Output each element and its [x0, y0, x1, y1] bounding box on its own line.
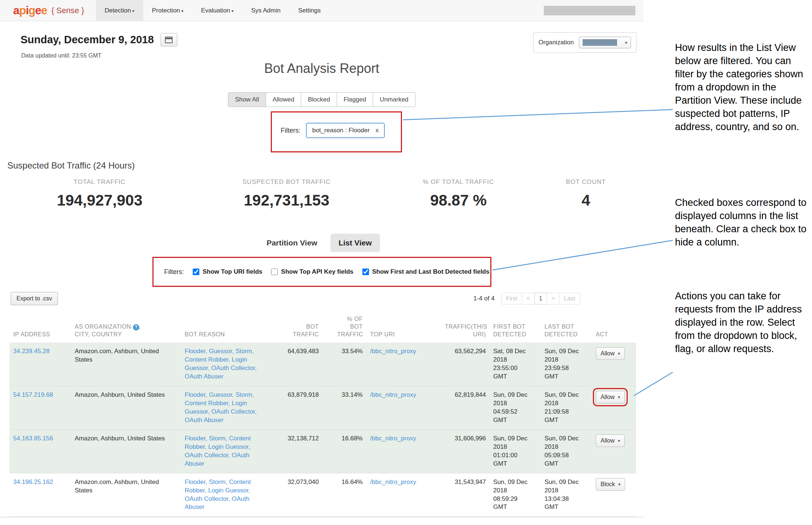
col-traffic-this-uri: TRAFFIC(THIS URI) — [429, 310, 490, 343]
checkbox-show-first-last-bot[interactable]: Show First and Last Bot Detected fields — [362, 268, 490, 276]
bot-reason-links[interactable]: Flooder, Guessor, Storm, Content Robber,… — [185, 348, 257, 380]
checkbox-label: Show Top API Key fields — [281, 268, 353, 276]
organization-dropdown[interactable]: ▾ — [579, 37, 631, 48]
apigee-logo[interactable]: apigee — [13, 4, 47, 17]
table-row: 34.196.25.162 Amazon.com, Ashburn, Unite… — [10, 473, 636, 517]
col-top-uri: TOP URI — [366, 310, 429, 343]
tab-flagged[interactable]: Flagged — [337, 92, 373, 107]
pagination-last[interactable]: Last — [559, 293, 580, 304]
date-header: Sunday, December 9, 2018 — [21, 33, 177, 47]
app-window: apigee { Sense } Detection Protection Ev… — [0, 0, 643, 525]
ip-cell: 54.157.219.68 — [10, 386, 71, 430]
top-uri-link[interactable]: /bbc_nitro_proxy — [370, 391, 416, 398]
action-dropdown-row-2[interactable]: Allow — [596, 391, 625, 403]
bot-reason-cell: Flooder, Guessor, Storm, Content Robber,… — [181, 343, 265, 386]
pagination-first[interactable]: First — [501, 293, 522, 304]
checkbox-show-top-api-key[interactable]: Show Top API Key fields — [271, 268, 353, 276]
last-bot-detected-cell: Sun, 09 Dec 2018 05:09:58 GMT — [541, 429, 592, 473]
bot-reason-cell: Flooder, Storm, Content Robber, Login Gu… — [181, 429, 265, 473]
ip-link[interactable]: 54.163.85.156 — [13, 435, 53, 442]
stat-label: SUSPECTED BOT TRAFFIC — [243, 178, 331, 186]
user-account-redacted[interactable] — [544, 6, 635, 15]
stat-bot-count: BOT COUNT 4 — [566, 178, 606, 209]
bot-reason-links[interactable]: Flooder, Guessor, Storm, Content Robber,… — [185, 391, 257, 424]
tab-allowed[interactable]: Allowed — [266, 92, 302, 107]
pct-bot-traffic-cell: 33.14% — [322, 386, 366, 430]
first-bot-detected-cell: Sun, 09 Dec 2018 01:01:00 GMT — [490, 429, 541, 473]
bot-reason-links[interactable]: Flooder, Storm, Content Robber, Login Gu… — [185, 435, 251, 467]
action-dropdown-row-3[interactable]: Allow — [596, 435, 625, 447]
show-first-last-bot-checkbox[interactable] — [362, 269, 369, 275]
export-csv-button[interactable]: Export to .csv — [11, 292, 58, 305]
tab-partition-view[interactable]: Partition View — [263, 234, 320, 252]
main-nav: Detection Protection Evaluation Sys Admi… — [96, 0, 330, 21]
as-organization-cell: Amazon.com, Ashburn, United States — [71, 343, 181, 386]
ip-cell: 54.163.85.156 — [10, 429, 71, 473]
bot-traffic-cell: 63,879,918 — [265, 386, 322, 430]
report-date: Sunday, December 9, 2018 — [21, 34, 154, 46]
checkbox-show-top-uri[interactable]: Show Top URI fields — [193, 268, 262, 276]
tab-unmarked[interactable]: Unmarked — [373, 92, 415, 107]
traffic-this-uri-cell: 31,543,947 — [429, 473, 490, 517]
act-cell: Allow — [592, 386, 636, 430]
top-uri-cell: /bbc_nitro_proxy — [366, 343, 429, 386]
nav-protection[interactable]: Protection — [143, 0, 192, 21]
col-as-organization: AS ORGANIZATION ?, CITY, COUNTRY — [71, 310, 181, 343]
ip-link[interactable]: 34.239.45.28 — [13, 348, 49, 355]
traffic-this-uri-cell: 62,819,844 — [429, 386, 490, 430]
show-top-api-key-checkbox[interactable] — [271, 269, 278, 275]
tab-show-all[interactable]: Show All — [228, 92, 266, 107]
nav-evaluation[interactable]: Evaluation — [192, 0, 243, 21]
first-bot-detected-cell: Sun, 09 Dec 2018 08:59:29 GMT — [490, 473, 541, 517]
tab-list-view[interactable]: List View — [331, 234, 380, 252]
act-cell: Block — [592, 473, 636, 517]
date-picker-button[interactable] — [160, 33, 177, 47]
nav-sys-admin[interactable]: Sys Admin — [242, 0, 289, 21]
act-cell: Allow — [592, 429, 636, 473]
stat-label: TOTAL TRAFFIC — [57, 178, 143, 186]
last-bot-detected-cell: Sun, 09 Dec 2018 23:59:58 GMT — [541, 343, 592, 386]
tab-blocked[interactable]: Blocked — [301, 92, 337, 107]
annotation-note-3: Actions you can take for requests from t… — [675, 289, 811, 355]
bot-reason-links[interactable]: Flooder, Storm, Content Robber, Login Gu… — [185, 478, 251, 511]
pct-bot-traffic-cell: 16.64% — [322, 473, 366, 517]
act-cell: Allow — [592, 343, 636, 386]
ip-link[interactable]: 34.196.25.162 — [13, 478, 53, 485]
pagination-page-1[interactable]: 1 — [534, 293, 547, 304]
ip-cell: 34.239.45.28 — [10, 343, 71, 386]
pagination-prev[interactable]: < — [522, 293, 535, 304]
info-icon[interactable]: ? — [133, 324, 139, 330]
stat-value: 192,731,153 — [243, 192, 331, 209]
action-dropdown-row-4[interactable]: Block — [596, 478, 625, 491]
action-dropdown-row-1[interactable]: Allow — [596, 347, 625, 360]
data-updated-label: Data updated until: 23:55 GMT — [21, 52, 102, 59]
col-ip-address: IP ADDRESS — [10, 310, 71, 343]
filter-chip-bot-reason[interactable]: bot_reason : Flooder x — [306, 123, 385, 138]
view-switcher: Partition View List View — [0, 234, 643, 252]
top-uri-cell: /bbc_nitro_proxy — [366, 473, 429, 517]
show-top-uri-checkbox[interactable] — [193, 269, 199, 275]
table-row: 54.157.219.68 Amazon, Ashburn, United St… — [10, 386, 636, 430]
remove-filter-icon[interactable]: x — [376, 127, 379, 134]
bot-reason-cell: Flooder, Storm, Content Robber, Login Gu… — [181, 473, 265, 517]
traffic-this-uri-cell: 63,562,294 — [429, 343, 490, 386]
stat-value: 194,927,903 — [57, 192, 143, 209]
bot-list-table: IP ADDRESS AS ORGANIZATION ?, CITY, COUN… — [10, 310, 636, 517]
top-uri-link[interactable]: /bbc_nitro_proxy — [370, 478, 416, 485]
status-tabs: Show All Allowed Blocked Flagged Unmarke… — [0, 92, 643, 107]
nav-settings[interactable]: Settings — [289, 0, 329, 21]
bot-reason-cell: Flooder, Guessor, Storm, Content Robber,… — [181, 386, 265, 430]
ip-link[interactable]: 54.157.219.68 — [13, 391, 53, 398]
top-uri-link[interactable]: /bbc_nitro_proxy — [370, 348, 416, 355]
pct-bot-traffic-cell: 16.68% — [322, 429, 366, 473]
as-organization-cell: Amazon, Ashburn, United States — [71, 386, 181, 430]
top-uri-cell: /bbc_nitro_proxy — [366, 386, 429, 430]
nav-detection[interactable]: Detection — [96, 0, 143, 21]
stat-label: BOT COUNT — [566, 178, 606, 186]
top-uri-link[interactable]: /bbc_nitro_proxy — [370, 435, 416, 442]
pct-bot-traffic-cell: 33.54% — [322, 343, 366, 386]
pagination-next[interactable]: > — [547, 293, 560, 304]
stat-pct-total-traffic: % OF TOTAL TRAFFIC 98.87 % — [423, 178, 494, 209]
content-bottom-divider — [0, 517, 643, 517]
traffic-this-uri-cell: 31,606,996 — [429, 429, 490, 473]
